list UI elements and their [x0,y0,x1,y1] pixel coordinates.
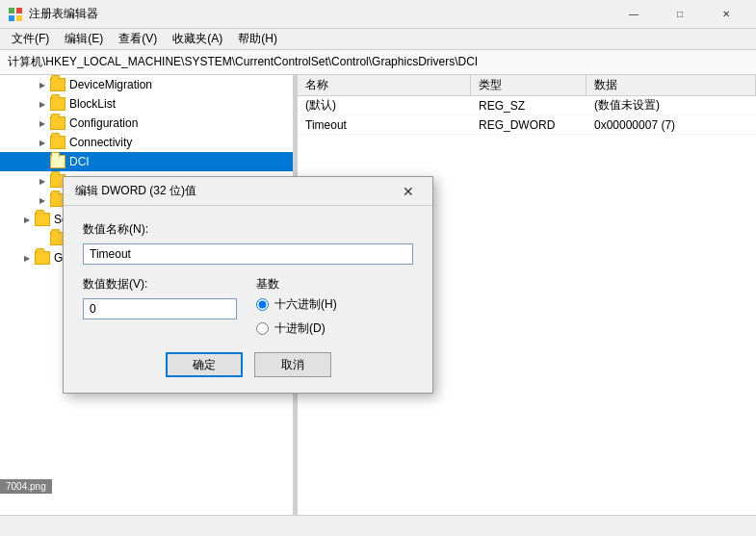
tree-arrow: ▶ [19,250,35,266]
base-label: 基数 [256,276,337,293]
menu-view[interactable]: 查看(V) [111,29,165,49]
menu-edit[interactable]: 编辑(E) [57,29,111,49]
minimize-button[interactable]: — [612,0,656,29]
title-bar: 注册表编辑器 — □ ✕ [0,0,756,29]
folder-icon [35,213,50,226]
col-header-data: 数据 [587,75,756,95]
base-group: 基数 十六进制(H) 十进制(D) [256,276,337,337]
title-bar-controls: — □ ✕ [612,0,748,29]
dialog-buttons: 确定 取消 [83,352,413,377]
tree-arrow: ▶ [35,96,50,112]
confirm-button[interactable]: 确定 [166,352,243,377]
dialog-title-bar: 编辑 DWORD (32 位)值 ✕ [64,177,432,206]
tree-item-configuration[interactable]: ▶ Configuration [0,114,293,133]
tree-item-devicemigration[interactable]: ▶ DeviceMigration [0,75,293,94]
cancel-button[interactable]: 取消 [254,352,331,377]
value-group: 数值数据(V): [83,276,237,337]
app-icon [8,7,23,22]
radio-dec[interactable] [256,322,269,335]
dialog-title-text: 编辑 DWORD (32 位)值 [75,183,396,199]
tree-arrow: ▶ [19,212,35,227]
cell-data: (数值未设置) [587,97,756,114]
close-button[interactable]: ✕ [704,0,748,29]
title-bar-text: 注册表编辑器 [29,6,612,22]
folder-icon [50,116,65,130]
cell-name: (默认) [298,97,471,114]
folder-icon [50,78,65,91]
radio-dec-text: 十进制(D) [274,320,326,337]
tree-arrow [35,154,50,169]
tree-item-label: Configuration [69,116,138,130]
svg-rect-3 [16,15,22,21]
maximize-button[interactable]: □ [658,0,702,29]
menu-favorites[interactable]: 收藏夹(A) [165,29,230,49]
tree-item-connectivity[interactable]: ▶ Connectivity [0,133,293,152]
tree-arrow: ▶ [35,192,50,208]
address-path: 计算机\HKEY_LOCAL_MACHINE\SYSTEM\CurrentCon… [8,54,478,70]
table-row[interactable]: (默认) REG_SZ (数值未设置) [298,96,756,115]
col-header-type: 类型 [471,75,587,95]
radio-hex[interactable] [256,298,269,311]
tree-item-blocklist[interactable]: ▶ BlockList [0,94,293,114]
tree-arrow: ▶ [35,77,50,92]
tree-item-dci[interactable]: DCI [0,152,293,171]
svg-rect-2 [9,15,14,21]
name-input[interactable] [83,243,413,265]
table-row[interactable]: Timeout REG_DWORD 0x00000007 (7) [298,115,756,135]
thumbnail-indicator: 7004.png [0,479,52,494]
folder-icon [50,97,65,111]
tree-arrow: ▶ [35,135,50,150]
col-header-name: 名称 [298,75,471,95]
tree-item-label: DeviceMigration [69,78,152,91]
name-label: 数值名称(N): [83,221,413,238]
radio-dec-label[interactable]: 十进制(D) [256,320,337,337]
menu-file[interactable]: 文件(F) [4,29,57,49]
tree-item-label: DCI [69,155,90,168]
tree-item-label: BlockList [69,97,116,111]
data-input[interactable] [83,298,237,319]
folder-icon [35,251,50,265]
folder-icon [50,136,65,149]
edit-dword-dialog: 编辑 DWORD (32 位)值 ✕ 数值名称(N): 数值数据(V): 基数 [63,176,433,394]
radio-hex-label[interactable]: 十六进制(H) [256,296,337,313]
data-label: 数值数据(V): [83,276,237,293]
tree-arrow [35,231,50,246]
cell-name: Timeout [298,118,471,132]
address-bar: 计算机\HKEY_LOCAL_MACHINE\SYSTEM\CurrentCon… [0,50,756,75]
folder-icon-open [50,155,65,168]
svg-rect-1 [16,8,22,13]
main-area: ▶ DeviceMigration ▶ BlockList ▶ Configur… [0,75,756,515]
tree-arrow: ▶ [35,173,50,189]
cell-type: REG_SZ [471,99,587,113]
thumbnail-label: 7004.png [6,481,46,492]
dialog-close-button[interactable]: ✕ [396,181,421,202]
status-bar [0,515,756,536]
svg-rect-0 [9,8,14,13]
cell-data: 0x00000007 (7) [587,118,756,132]
tree-item-label: Connectivity [69,136,132,149]
data-row: 数值数据(V): 基数 十六进制(H) 十进制(D) [83,276,413,337]
right-panel-header: 名称 类型 数据 [298,75,756,96]
tree-arrow: ▶ [35,115,50,131]
menu-bar: 文件(F) 编辑(E) 查看(V) 收藏夹(A) 帮助(H) [0,29,756,50]
dialog-body: 数值名称(N): 数值数据(V): 基数 十六进制(H) [64,206,432,393]
radio-hex-text: 十六进制(H) [274,296,337,313]
menu-help[interactable]: 帮助(H) [230,29,285,49]
cell-type: REG_DWORD [471,118,587,132]
radio-group: 十六进制(H) 十进制(D) [256,296,337,337]
